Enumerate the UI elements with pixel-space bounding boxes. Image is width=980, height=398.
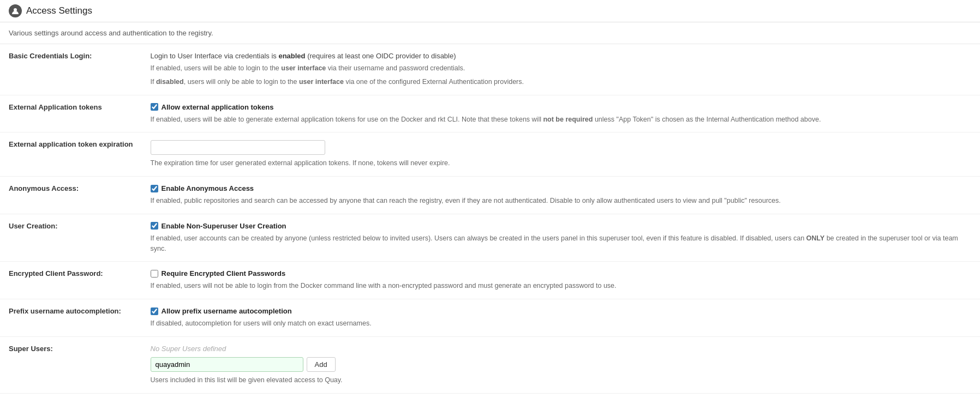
super-users-desc: Users included in this list will be give… xyxy=(151,375,971,385)
allow-external-tokens-label: Allow external application tokens xyxy=(162,103,274,111)
anonymous-access-label: Anonymous Access: xyxy=(0,177,142,214)
external-app-tokens-row: External Application tokens Allow extern… xyxy=(0,95,980,132)
add-super-user-button[interactable]: Add xyxy=(307,357,336,372)
encrypted-client-password-label: Encrypted Client Password: xyxy=(0,262,142,299)
allow-prefix-username-checkbox[interactable] xyxy=(151,307,158,315)
require-encrypted-passwords-checkbox[interactable] xyxy=(151,270,158,278)
enable-anonymous-access-checkbox[interactable] xyxy=(151,185,158,192)
user-creation-row: User Creation: Enable Non-Superuser User… xyxy=(0,214,980,262)
allow-external-tokens-checkbox-label[interactable]: Allow external application tokens xyxy=(151,103,971,111)
prefix-username-desc: If disabled, autocompletion for users wi… xyxy=(151,318,971,329)
external-app-tokens-desc: If enabled, users will be able to genera… xyxy=(151,114,971,125)
encrypted-client-password-content: Require Encrypted Client Passwords If en… xyxy=(142,262,980,299)
anonymous-access-row: Anonymous Access: Enable Anonymous Acces… xyxy=(0,177,980,214)
enable-user-creation-checkbox[interactable] xyxy=(151,222,158,230)
page-description: Various settings around access and authe… xyxy=(0,22,980,44)
page-header: Access Settings xyxy=(0,0,980,22)
prefix-username-row: Prefix username autocompletion: Allow pr… xyxy=(0,299,980,337)
basic-credentials-line2: If enabled, users will be able to login … xyxy=(151,63,971,74)
no-super-users-text: No Super Users defined xyxy=(151,345,971,353)
basic-credentials-line1: Login to User Interface via credentials … xyxy=(151,52,971,60)
super-users-content: No Super Users defined Add Users include… xyxy=(142,336,980,393)
page-title: Access Settings xyxy=(26,5,92,16)
token-expiration-desc: The expiration time for user generated e… xyxy=(151,158,971,168)
basic-credentials-label: Basic Credentials Login: xyxy=(0,44,142,95)
enable-user-creation-label: Enable Non-Superuser User Creation xyxy=(162,222,286,230)
settings-table: Basic Credentials Login: Login to User I… xyxy=(0,44,980,394)
super-users-input[interactable] xyxy=(151,357,303,372)
enable-anonymous-access-label: Enable Anonymous Access xyxy=(162,184,254,192)
user-creation-content: Enable Non-Superuser User Creation If en… xyxy=(142,214,980,262)
require-encrypted-passwords-label: Require Encrypted Client Passwords xyxy=(162,269,286,278)
anonymous-access-content: Enable Anonymous Access If enabled, publ… xyxy=(142,177,980,214)
super-users-input-row: Add xyxy=(151,357,971,372)
require-encrypted-passwords-checkbox-label[interactable]: Require Encrypted Client Passwords xyxy=(151,269,971,278)
super-users-label: Super Users: xyxy=(0,336,142,393)
allow-prefix-username-checkbox-label[interactable]: Allow prefix username autocompletion xyxy=(151,307,971,315)
allow-prefix-username-label: Allow prefix username autocompletion xyxy=(162,307,292,315)
header-icon xyxy=(9,4,22,17)
token-expiration-content: The expiration time for user generated e… xyxy=(142,132,980,177)
prefix-username-label: Prefix username autocompletion: xyxy=(0,299,142,337)
super-users-row: Super Users: No Super Users defined Add … xyxy=(0,336,980,393)
encrypted-client-password-row: Encrypted Client Password: Require Encry… xyxy=(0,262,980,299)
anonymous-access-desc: If enabled, public repositories and sear… xyxy=(151,196,971,206)
token-expiration-input[interactable] xyxy=(151,140,325,155)
basic-credentials-line3: If disabled, users will only be able to … xyxy=(151,77,971,87)
token-expiration-label: External application token expiration xyxy=(0,132,142,177)
token-expiration-row: External application token expiration Th… xyxy=(0,132,980,177)
user-creation-label: User Creation: xyxy=(0,214,142,262)
prefix-username-content: Allow prefix username autocompletion If … xyxy=(142,299,980,337)
encrypted-client-password-desc: If enabled, users will not be able to lo… xyxy=(151,281,971,291)
external-app-tokens-content: Allow external application tokens If ena… xyxy=(142,95,980,132)
user-creation-desc: If enabled, user accounts can be created… xyxy=(151,233,971,254)
enable-user-creation-checkbox-label[interactable]: Enable Non-Superuser User Creation xyxy=(151,222,971,230)
basic-credentials-content: Login to User Interface via credentials … xyxy=(142,44,980,95)
basic-credentials-row: Basic Credentials Login: Login to User I… xyxy=(0,44,980,95)
enabled-status: enabled xyxy=(278,52,305,60)
allow-external-tokens-checkbox[interactable] xyxy=(151,103,158,111)
enable-anonymous-access-checkbox-label[interactable]: Enable Anonymous Access xyxy=(151,184,971,192)
external-app-tokens-label: External Application tokens xyxy=(0,95,142,132)
